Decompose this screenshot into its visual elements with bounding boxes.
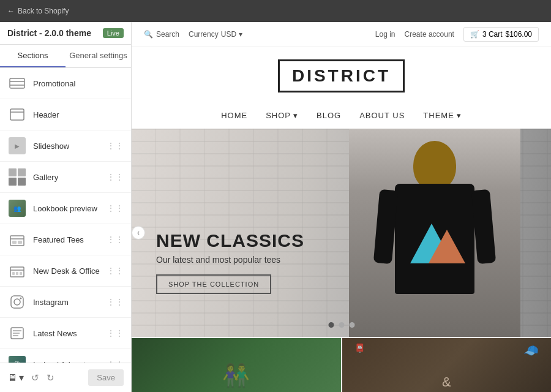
cart-button[interactable]: 🛒 3 Cart $106.00 [463, 27, 539, 42]
promotional-icon [7, 74, 27, 93]
bottom-image-1: 👫 [132, 338, 341, 392]
hero-text: NEW CLASSICS Our latest and most popular… [156, 230, 304, 294]
redo-button[interactable]: ↻ [44, 371, 57, 385]
cart-icon: 🛒 [470, 30, 479, 39]
store-logo-area: DISTRICT [132, 47, 551, 105]
search-label: Search [156, 30, 179, 39]
iceland-icon: 🏔 [7, 355, 27, 363]
login-link[interactable]: Log in [375, 30, 395, 39]
main-layout: District - 2.0.0 theme Live Sections Gen… [0, 22, 551, 392]
store-top-nav: 🔍 Search Currency USD ▾ Log in Create ac… [132, 22, 551, 47]
promotional-label: Promotional [33, 79, 124, 88]
save-button[interactable]: Save [88, 369, 124, 386]
instagram-label: Instagram [33, 298, 107, 307]
device-icon: 🖥 [7, 372, 17, 383]
svg-rect-8 [18, 241, 22, 244]
sidebar-tabs: Sections General settings [0, 45, 131, 68]
instagram-drag-handle[interactable]: ⋮⋮ [107, 297, 124, 307]
admin-top-bar: ← Back to Shopify [0, 0, 551, 22]
tab-general-settings[interactable]: General settings [66, 45, 131, 67]
dot-3[interactable] [349, 322, 354, 328]
lookbook-label: Lookbook preview [33, 204, 107, 213]
create-account-link[interactable]: Create account [405, 30, 454, 39]
sidebar-item-lookbook[interactable]: 👥 Lookbook preview ⋮⋮ [0, 193, 131, 224]
store-main-nav: HOME SHOP ▾ BLOG ABOUT US THEME ▾ [132, 105, 551, 129]
search-area[interactable]: 🔍 Search [144, 30, 179, 39]
sidebar-items-list: Promotional Header ▶ S [0, 68, 131, 363]
lookbook-icon: 👥 [7, 198, 27, 218]
svg-rect-11 [12, 272, 15, 275]
sidebar-item-header[interactable]: Header [0, 99, 131, 130]
store-nav-right: Log in Create account 🛒 3 Cart $106.00 [375, 27, 539, 42]
currency-chevron: ▾ [239, 30, 242, 39]
nav-theme[interactable]: THEME ▾ [423, 111, 462, 120]
sidebar-item-slideshow[interactable]: ▶ Slideshow ⋮⋮ [0, 130, 131, 162]
sidebar-item-iceland[interactable]: 🏔 Iceland Adventure ⋮⋮ [0, 349, 131, 363]
currency-value: USD [221, 30, 236, 39]
collapse-sidebar-button[interactable]: ‹ [132, 226, 145, 239]
hero-title: NEW CLASSICS [156, 230, 304, 251]
nav-blog[interactable]: BLOG [317, 111, 341, 120]
sidebar-item-promotional[interactable]: Promotional [0, 68, 131, 99]
store-logo[interactable]: DISTRICT [278, 59, 405, 92]
sidebar-item-latest-news[interactable]: Latest News ⋮⋮ [0, 318, 131, 349]
latest-news-drag-handle[interactable]: ⋮⋮ [107, 328, 124, 338]
dot-1[interactable] [328, 322, 334, 328]
header-icon [7, 105, 27, 124]
sidebar-item-gallery[interactable]: Gallery ⋮⋮ [0, 162, 131, 193]
lookbook-drag-handle[interactable]: ⋮⋮ [107, 203, 124, 213]
slideshow-label: Slideshow [33, 141, 107, 151]
svg-rect-13 [20, 272, 22, 275]
gallery-icon [7, 167, 27, 187]
cart-label: 3 Cart [482, 30, 503, 39]
iceland-label: Iceland Adventure [33, 360, 107, 363]
device-picker-button[interactable]: 🖥 ▾ [7, 372, 24, 383]
sidebar-item-featured-tees[interactable]: Featured Tees ⋮⋮ [0, 224, 131, 255]
svg-rect-5 [10, 236, 24, 246]
new-desk-drag-handle[interactable]: ⋮⋮ [107, 266, 124, 276]
gallery-label: Gallery [33, 173, 107, 182]
svg-rect-3 [10, 109, 24, 120]
back-to-shopify-link[interactable]: ← Back to Shopify [7, 7, 69, 15]
device-chevron: ▾ [19, 372, 24, 383]
dot-2[interactable] [339, 322, 344, 328]
sidebar-header: District - 2.0.0 theme Live [0, 22, 131, 45]
slideshow-drag-handle[interactable]: ⋮⋮ [107, 141, 124, 151]
svg-point-16 [20, 298, 22, 300]
sidebar-footer: 🖥 ▾ ↺ ↻ Save [0, 363, 131, 392]
store-nav-left: 🔍 Search Currency USD ▾ [144, 30, 242, 39]
bottom-image-2: 📮 🧢 & [342, 338, 552, 392]
bottom-images: 👫 📮 🧢 & [132, 338, 551, 392]
gallery-drag-handle[interactable]: ⋮⋮ [107, 172, 124, 182]
nav-about[interactable]: ABOUT US [359, 111, 405, 120]
sidebar-item-new-desk[interactable]: New Desk & Office ⋮⋮ [0, 255, 131, 287]
back-arrow-icon: ← [7, 7, 15, 15]
header-label: Header [33, 110, 124, 119]
slideshow-dots [328, 322, 354, 328]
search-icon: 🔍 [144, 30, 153, 39]
theme-label: THEME [423, 111, 454, 120]
nav-home[interactable]: HOME [221, 111, 247, 120]
currency-label: Currency [189, 30, 219, 39]
iceland-drag-handle[interactable]: ⋮⋮ [107, 360, 124, 363]
currency-selector[interactable]: Currency USD ▾ [189, 30, 242, 39]
featured-tees-label: Featured Tees [33, 235, 107, 244]
svg-point-15 [14, 299, 20, 305]
undo-button[interactable]: ↺ [29, 371, 42, 385]
preview-area: 🔍 Search Currency USD ▾ Log in Create ac… [132, 22, 551, 392]
hero-section: NEW CLASSICS Our latest and most popular… [132, 129, 551, 337]
latest-news-label: Latest News [33, 329, 107, 338]
new-desk-icon [7, 261, 27, 281]
hero-cta-button[interactable]: SHOP THE COLLECTION [156, 274, 271, 294]
featured-tees-icon [7, 230, 27, 249]
sidebar-item-instagram[interactable]: Instagram ⋮⋮ [0, 287, 131, 318]
nav-shop[interactable]: SHOP ▾ [266, 111, 298, 120]
hero-subtitle: Our latest and most popular tees [156, 255, 304, 265]
featured-tees-drag-handle[interactable]: ⋮⋮ [107, 235, 124, 244]
back-to-shopify-label: Back to Shopify [18, 7, 69, 15]
theme-chevron: ▾ [457, 111, 462, 120]
theme-title: District - 2.0.0 theme [7, 28, 91, 38]
new-desk-label: New Desk & Office [33, 266, 107, 276]
cart-value: $106.00 [506, 30, 532, 39]
tab-sections[interactable]: Sections [0, 45, 66, 67]
